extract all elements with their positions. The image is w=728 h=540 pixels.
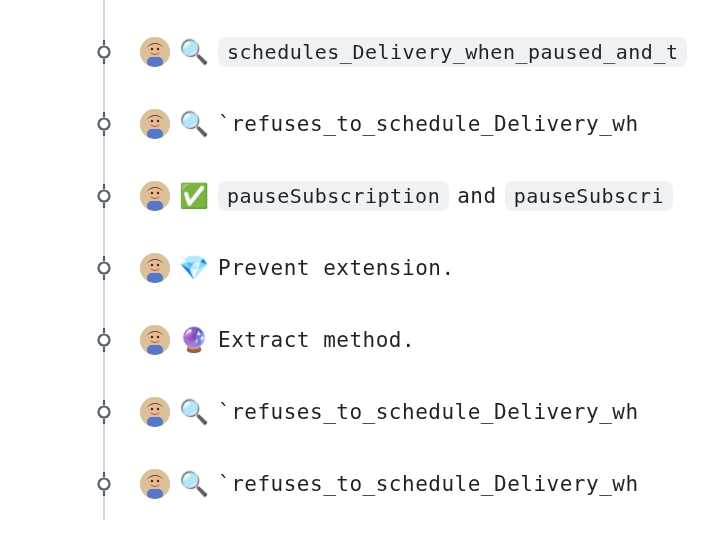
commit-message: Extract method. xyxy=(218,328,415,352)
crystal-ball-icon: 🔮 xyxy=(180,328,208,352)
commit-node-icon xyxy=(92,328,116,352)
commit-message: pauseSubscription and pauseSubscri xyxy=(218,181,673,211)
commit-text: `refuses_to_schedule_Delivery_wh xyxy=(218,472,639,496)
commit-node-icon xyxy=(92,256,116,280)
diamond-icon: 💎 xyxy=(180,256,208,280)
commit-row[interactable]: 🔍 `refuses_to_schedule_Delivery_wh xyxy=(0,88,728,160)
commit-content: 🔍 `refuses_to_schedule_Delivery_wh xyxy=(140,397,639,427)
svg-point-40 xyxy=(99,407,110,418)
avatar[interactable] xyxy=(140,253,170,283)
code-pill: pauseSubscri xyxy=(505,181,674,211)
svg-point-38 xyxy=(157,336,159,338)
commit-list: 🔍 schedules_Delivery_when_paused_and_t 🔍… xyxy=(0,0,728,520)
svg-point-54 xyxy=(157,480,159,482)
avatar[interactable] xyxy=(140,37,170,67)
commit-row[interactable]: 🔍 schedules_Delivery_when_paused_and_t xyxy=(0,16,728,88)
avatar[interactable] xyxy=(140,181,170,211)
svg-point-32 xyxy=(99,335,110,346)
svg-point-6 xyxy=(157,48,159,50)
svg-rect-47 xyxy=(147,417,163,427)
commit-row[interactable]: ✅ pauseSubscription and pauseSubscri xyxy=(0,160,728,232)
svg-point-13 xyxy=(151,120,153,122)
commit-text: `refuses_to_schedule_Delivery_wh xyxy=(218,400,639,424)
code-pill: schedules_Delivery_when_paused_and_t xyxy=(218,37,687,67)
svg-point-45 xyxy=(151,408,153,410)
commit-message: `refuses_to_schedule_Delivery_wh xyxy=(218,400,639,424)
magnifier-icon: 🔍 xyxy=(180,112,208,136)
commit-row[interactable]: 🔍 `refuses_to_schedule_Delivery_wh xyxy=(0,376,728,448)
svg-point-37 xyxy=(151,336,153,338)
svg-point-16 xyxy=(99,191,110,202)
joiner-text: and xyxy=(457,184,496,208)
svg-rect-15 xyxy=(147,129,163,139)
svg-point-48 xyxy=(99,479,110,490)
svg-point-5 xyxy=(151,48,153,50)
svg-point-53 xyxy=(151,480,153,482)
svg-point-30 xyxy=(157,264,159,266)
commit-content: ✅ pauseSubscription and pauseSubscri xyxy=(140,181,673,211)
commit-content: 💎 Prevent extension. xyxy=(140,253,455,283)
svg-point-21 xyxy=(151,192,153,194)
commit-row[interactable]: 💎 Prevent extension. xyxy=(0,232,728,304)
svg-point-22 xyxy=(157,192,159,194)
magnifier-icon: 🔍 xyxy=(180,40,208,64)
commit-content: 🔍 `refuses_to_schedule_Delivery_wh xyxy=(140,469,639,499)
commit-text: Prevent extension. xyxy=(218,256,455,280)
svg-point-46 xyxy=(157,408,159,410)
commit-message: `refuses_to_schedule_Delivery_wh xyxy=(218,472,639,496)
commit-message: schedules_Delivery_when_paused_and_t xyxy=(218,37,687,67)
svg-rect-23 xyxy=(147,201,163,211)
svg-rect-7 xyxy=(147,57,163,67)
svg-point-29 xyxy=(151,264,153,266)
commit-row[interactable]: 🔮 Extract method. xyxy=(0,304,728,376)
checkmark-icon: ✅ xyxy=(180,184,208,208)
svg-point-8 xyxy=(99,119,110,130)
commit-content: 🔍 `refuses_to_schedule_Delivery_wh xyxy=(140,109,639,139)
commit-node-icon xyxy=(92,472,116,496)
commit-row[interactable]: 🔍 `refuses_to_schedule_Delivery_wh xyxy=(0,448,728,520)
commit-node-icon xyxy=(92,400,116,424)
code-pill: pauseSubscription xyxy=(218,181,449,211)
svg-rect-39 xyxy=(147,345,163,355)
commit-content: 🔮 Extract method. xyxy=(140,325,415,355)
avatar[interactable] xyxy=(140,397,170,427)
commit-message: `refuses_to_schedule_Delivery_wh xyxy=(218,112,639,136)
svg-point-24 xyxy=(99,263,110,274)
commit-node-icon xyxy=(92,112,116,136)
commit-node-icon xyxy=(92,184,116,208)
commit-text: `refuses_to_schedule_Delivery_wh xyxy=(218,112,639,136)
commit-message: Prevent extension. xyxy=(218,256,455,280)
avatar[interactable] xyxy=(140,325,170,355)
svg-point-0 xyxy=(99,47,110,58)
avatar[interactable] xyxy=(140,469,170,499)
commit-node-icon xyxy=(92,40,116,64)
svg-rect-31 xyxy=(147,273,163,283)
magnifier-icon: 🔍 xyxy=(180,400,208,424)
svg-point-14 xyxy=(157,120,159,122)
magnifier-icon: 🔍 xyxy=(180,472,208,496)
commit-content: 🔍 schedules_Delivery_when_paused_and_t xyxy=(140,37,687,67)
svg-rect-55 xyxy=(147,489,163,499)
avatar[interactable] xyxy=(140,109,170,139)
commit-text: Extract method. xyxy=(218,328,415,352)
